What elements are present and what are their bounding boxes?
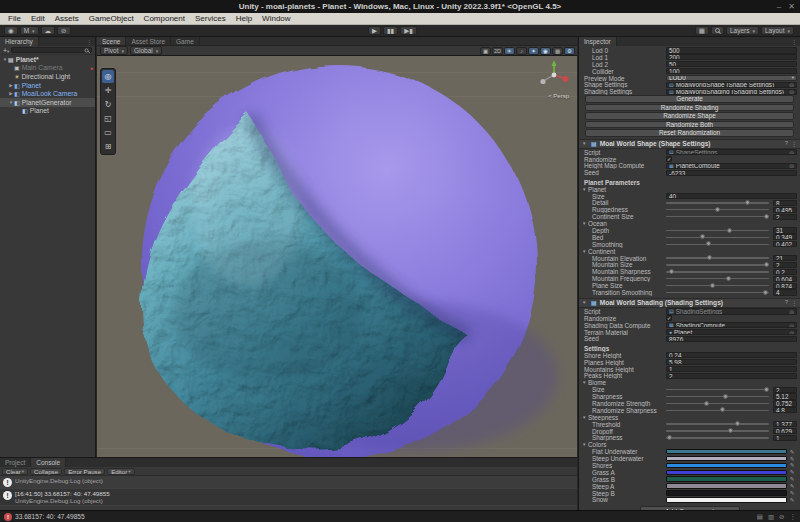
cloud-icon[interactable]: ☁ bbox=[41, 26, 56, 35]
text-input[interactable]: 5.98 bbox=[666, 359, 797, 365]
component-menu-icon[interactable]: ⋮ bbox=[791, 140, 797, 147]
object-field[interactable]: ●Planet bbox=[666, 329, 797, 335]
tab-scene[interactable]: Scene bbox=[97, 37, 126, 45]
slider-knob[interactable] bbox=[710, 283, 715, 288]
slider-value-input[interactable]: 0.629 bbox=[773, 428, 797, 434]
foldout-open-icon[interactable]: ▼ bbox=[582, 300, 588, 305]
menu-file[interactable]: File bbox=[3, 13, 26, 25]
hierarchy-item-directional-light[interactable]: ☀Directional Light bbox=[0, 72, 95, 81]
slider-knob[interactable] bbox=[745, 200, 750, 205]
layout-dropdown[interactable]: Layout bbox=[761, 26, 794, 35]
slider-value-input[interactable]: 31 bbox=[773, 227, 797, 233]
text-input[interactable]: 2 bbox=[666, 373, 797, 379]
slider-value-input[interactable]: 21 bbox=[773, 255, 797, 261]
grid-snap-icon[interactable]: ▦ bbox=[695, 26, 709, 35]
tab-project[interactable]: Project bbox=[0, 458, 31, 467]
grid-menu[interactable]: ▦ bbox=[552, 47, 563, 55]
version-control-icon[interactable]: ◉ bbox=[4, 26, 18, 35]
slider-value-input[interactable]: 2 bbox=[773, 214, 797, 220]
render-mode-icon[interactable]: ▣ bbox=[480, 47, 491, 55]
slider[interactable] bbox=[666, 216, 769, 217]
scene-viewport[interactable]: ◎✛↻◱▭⊞ < Persp bbox=[97, 56, 577, 457]
text-input[interactable]: 500 bbox=[666, 47, 797, 53]
minimize-button[interactable]: – bbox=[777, 2, 781, 11]
eyedropper-icon[interactable] bbox=[787, 449, 797, 455]
color-swatch[interactable] bbox=[666, 476, 787, 482]
move-tool[interactable]: ✛ bbox=[102, 84, 114, 97]
slider-value-input[interactable]: 5.12 bbox=[773, 393, 797, 399]
object-picker-icon[interactable] bbox=[789, 322, 794, 328]
color-swatch[interactable] bbox=[666, 490, 787, 496]
editor-button[interactable]: Editor bbox=[107, 468, 134, 475]
component-menu-icon[interactable]: ⋮ bbox=[791, 299, 797, 306]
slider[interactable] bbox=[666, 396, 769, 397]
slider[interactable] bbox=[666, 292, 769, 293]
menu-edit[interactable]: Edit bbox=[26, 13, 50, 25]
error-pause-button[interactable]: Error Pause bbox=[64, 468, 105, 475]
pause-button[interactable]: ▮▮ bbox=[383, 26, 398, 35]
hierarchy-search-input[interactable] bbox=[11, 47, 92, 53]
tab-inspector[interactable]: Inspector bbox=[579, 37, 617, 46]
slider-knob[interactable] bbox=[723, 394, 728, 399]
slider-knob[interactable] bbox=[720, 407, 725, 412]
slider[interactable] bbox=[666, 264, 769, 265]
object-picker-icon[interactable] bbox=[789, 163, 794, 169]
color-swatch[interactable] bbox=[666, 463, 787, 469]
audio-toggle[interactable]: ♪ bbox=[516, 47, 527, 55]
text-input[interactable]: 1 bbox=[666, 366, 797, 372]
help-icon[interactable]: ? bbox=[785, 140, 788, 147]
eyedropper-icon[interactable] bbox=[787, 476, 797, 482]
reset-randomization-button[interactable]: Reset Randomization bbox=[585, 129, 794, 137]
color-swatch[interactable] bbox=[666, 456, 787, 462]
collab-disabled-icon[interactable]: ⊘ bbox=[57, 26, 70, 35]
slider-value-input[interactable]: 0.495 bbox=[773, 207, 797, 213]
text-input[interactable]: -6233 bbox=[666, 170, 797, 176]
randomize-shading-button[interactable]: Randomize Shading bbox=[585, 104, 794, 112]
orientation-gizmo[interactable] bbox=[537, 58, 571, 92]
layers-dropdown[interactable]: Layers bbox=[726, 26, 759, 35]
slider-value-input[interactable]: 0.402 bbox=[773, 241, 797, 247]
slider[interactable] bbox=[666, 202, 769, 203]
menu-help[interactable]: Help bbox=[231, 13, 257, 25]
slider-knob[interactable] bbox=[704, 401, 709, 406]
object-field[interactable]: ▤ShadingSettings bbox=[666, 308, 797, 314]
tab-hierarchy[interactable]: Hierarchy bbox=[0, 37, 39, 46]
status-icon[interactable]: ▤ bbox=[757, 513, 763, 521]
slider-knob[interactable] bbox=[667, 435, 672, 440]
visibility-toggle[interactable]: ◉ bbox=[540, 47, 551, 55]
slider-knob[interactable] bbox=[764, 387, 769, 392]
object-picker-icon[interactable] bbox=[789, 82, 794, 88]
camera-menu[interactable]: ⚙ bbox=[564, 47, 575, 55]
effects-menu[interactable]: ✦ bbox=[528, 47, 539, 55]
slider-knob[interactable] bbox=[726, 276, 731, 281]
view-tool[interactable]: ◎ bbox=[102, 70, 114, 83]
play-button[interactable]: ▶ bbox=[368, 26, 381, 35]
account-menu[interactable]: M bbox=[20, 26, 39, 35]
close-button[interactable]: ✕ bbox=[788, 2, 795, 11]
eyedropper-icon[interactable] bbox=[787, 497, 797, 503]
tab-console[interactable]: Console bbox=[31, 458, 66, 467]
hierarchy-item-planet[interactable]: ▶◧Planet bbox=[0, 81, 95, 90]
search-button[interactable] bbox=[711, 26, 724, 35]
checkbox[interactable]: ✓ bbox=[666, 156, 672, 162]
text-input[interactable]: 0.24 bbox=[666, 352, 797, 358]
hierarchy-item-moailook-camera[interactable]: ▶◧MoaiLook Camera bbox=[0, 89, 95, 98]
slider[interactable] bbox=[666, 389, 769, 390]
eyedropper-icon[interactable] bbox=[787, 456, 797, 462]
menu-assets[interactable]: Assets bbox=[50, 13, 84, 25]
color-swatch[interactable] bbox=[666, 483, 787, 489]
global-dropdown[interactable]: Global bbox=[130, 46, 162, 55]
slider-knob[interactable] bbox=[728, 428, 733, 433]
lighting-toggle[interactable]: ☀ bbox=[504, 47, 515, 55]
text-input[interactable]: 40 bbox=[666, 193, 797, 199]
eyedropper-icon[interactable] bbox=[787, 469, 797, 475]
panel-menu-icon[interactable]: ⋮ bbox=[86, 38, 92, 45]
help-icon[interactable]: ? bbox=[785, 299, 788, 306]
slider[interactable] bbox=[666, 410, 769, 411]
component-header-moai-world-shading-shading-settings-[interactable]: ▼▤Moai World Shading (Shading Settings)?… bbox=[579, 298, 800, 308]
rect-tool[interactable]: ▭ bbox=[102, 126, 114, 139]
status-icon[interactable]: ⊘ bbox=[779, 513, 784, 521]
checkbox[interactable]: ✓ bbox=[666, 315, 672, 321]
slider-value-input[interactable]: 2 bbox=[773, 387, 797, 393]
menu-services[interactable]: Services bbox=[190, 13, 231, 25]
